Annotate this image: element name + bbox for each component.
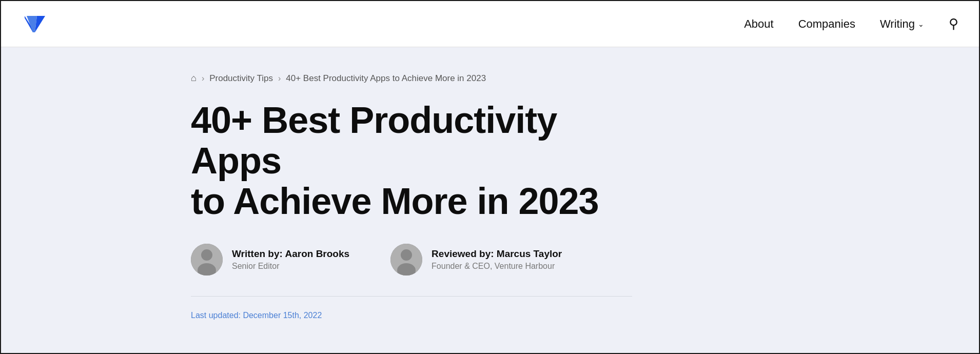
breadcrumb-current: 40+ Best Productivity Apps to Achieve Mo… xyxy=(286,73,486,84)
author-writer-card: Written by: Aaron Brooks Senior Editor xyxy=(191,244,349,276)
author-reviewer-role: Founder & CEO, Venture Harbour xyxy=(432,262,562,271)
article-title-line2: to Achieve More in 2023 xyxy=(191,181,599,222)
main-nav: About Companies Writing ⌄ ⚲ xyxy=(744,16,958,32)
home-icon[interactable]: ⌂ xyxy=(191,73,197,84)
svg-point-7 xyxy=(401,249,412,261)
avatar-writer-image xyxy=(191,244,223,276)
svg-point-4 xyxy=(201,249,212,261)
meta-divider-row xyxy=(191,296,632,302)
author-reviewer-card: Reviewed by: Marcus Taylor Founder & CEO… xyxy=(390,244,562,276)
author-reviewer-avatar xyxy=(390,244,422,276)
author-writer-name-value: Aaron Brooks xyxy=(285,248,349,259)
page-wrapper: About Companies Writing ⌄ ⚲ ⌂ › Producti… xyxy=(0,0,980,354)
nav-writing-label: Writing xyxy=(880,17,915,31)
author-writer-info: Written by: Aaron Brooks Senior Editor xyxy=(232,248,349,271)
nav-companies[interactable]: Companies xyxy=(798,17,855,31)
nav-writing[interactable]: Writing ⌄ xyxy=(880,17,924,31)
breadcrumb-sep-2: › xyxy=(278,74,281,83)
breadcrumb: ⌂ › Productivity Tips › 40+ Best Product… xyxy=(191,73,979,84)
author-reviewer-name-value: Marcus Taylor xyxy=(497,248,562,259)
article-title: 40+ Best Productivity Apps to Achieve Mo… xyxy=(191,100,653,222)
search-button[interactable]: ⚲ xyxy=(949,16,958,32)
breadcrumb-category[interactable]: Productivity Tips xyxy=(209,73,273,84)
last-updated: Last updated: December 15th, 2022 xyxy=(191,311,979,320)
logo-icon xyxy=(22,11,48,37)
search-icon: ⚲ xyxy=(949,16,958,31)
main-content: ⌂ › Productivity Tips › 40+ Best Product… xyxy=(1,47,979,353)
author-reviewer-info: Reviewed by: Marcus Taylor Founder & CEO… xyxy=(432,248,562,271)
author-writer-name: Written by: Aaron Brooks xyxy=(232,248,349,260)
author-reviewer-prefix: Reviewed by: xyxy=(432,248,497,259)
logo-area[interactable] xyxy=(22,11,48,37)
author-reviewer-name: Reviewed by: Marcus Taylor xyxy=(432,248,562,260)
author-writer-avatar xyxy=(191,244,223,276)
author-writer-role: Senior Editor xyxy=(232,262,349,271)
avatar-reviewer-image xyxy=(390,244,422,276)
chevron-down-icon: ⌄ xyxy=(918,20,924,28)
authors-row: Written by: Aaron Brooks Senior Editor xyxy=(191,244,979,276)
site-header: About Companies Writing ⌄ ⚲ xyxy=(1,1,979,47)
article-title-line1: 40+ Best Productivity Apps xyxy=(191,100,557,181)
author-writer-prefix: Written by: xyxy=(232,248,285,259)
nav-about[interactable]: About xyxy=(744,17,774,31)
breadcrumb-sep-1: › xyxy=(202,74,204,83)
